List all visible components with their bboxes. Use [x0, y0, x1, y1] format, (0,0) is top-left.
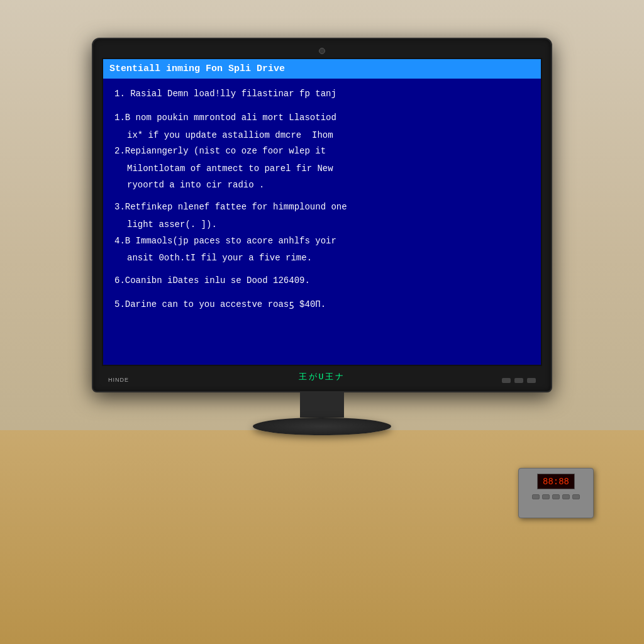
monitor-brand: HINDE [108, 377, 129, 383]
screen-line-5: 5.Darine can to you accestve roasƽ $40Π. [114, 298, 530, 312]
screen-line-3b: light asser(. ]). [114, 218, 530, 232]
title-bar: Stentiall inming Fon Spli Drive [103, 59, 541, 79]
screen-content: Stentiall inming Fon Spli Drive 1. Rasia… [103, 59, 541, 365]
monitor-stand-neck [300, 392, 344, 418]
spacer-1 [114, 105, 530, 111]
spacer-4 [114, 292, 530, 298]
spacer-2 [114, 194, 530, 201]
monitor-button-2[interactable] [514, 378, 523, 383]
monitor-stand-base [253, 418, 391, 435]
screen-line-1b: ix* if you update astalliom dmcre Ihom [114, 129, 530, 143]
screen-line-h1: 1. Rasial Demn load!lly filastinar fp ta… [114, 87, 530, 101]
device-button-5[interactable] [572, 494, 580, 499]
device-button-2[interactable] [542, 494, 550, 499]
screen-line-3a: 3.Retfinkep nlenef fattee for himmplound… [114, 201, 530, 214]
monitor-screen: Stentiall inming Fon Spli Drive 1. Rasia… [102, 58, 542, 366]
desk-surface [0, 430, 644, 644]
device-display-screen: 88:88 [537, 474, 575, 489]
device-button-1[interactable] [532, 494, 540, 499]
monitor-led-display: 王がU王ナ [299, 371, 346, 382]
screen-body: 1. Rasial Demn load!lly filastinar fp ta… [103, 85, 541, 318]
screen-line-2a: 2.Repianngerly (nist co oze foor wlep it [114, 145, 530, 158]
device-buttons-row [519, 492, 593, 502]
screen-line-6: 6.Coanibn iDates inlu se Dood 126409. [114, 274, 530, 288]
screen-line-2c: ryoortd a into cir radio . [114, 179, 530, 192]
monitor-top-bar [102, 48, 542, 58]
control-device: 88:88 [518, 468, 594, 518]
monitor-bottom-bar: HINDE 王がU王ナ [102, 367, 542, 386]
monitor-bezel: Stentiall inming Fon Spli Drive 1. Rasia… [92, 38, 552, 392]
screen-line-4b: ansit 0oth.tI fil your a five rime. [114, 252, 530, 265]
device-button-4[interactable] [562, 494, 570, 499]
spacer-3 [114, 268, 530, 274]
screen-line-2b: Milontlotam of antmect to parel fir New [114, 162, 530, 176]
monitor-assembly: Stentiall inming Fon Spli Drive 1. Rasia… [92, 38, 552, 435]
monitor-button-3[interactable] [527, 378, 536, 383]
screen-line-4a: 4.B Immaols(jp paces sto acore anhlfs yo… [114, 235, 530, 248]
webcam-dot [319, 48, 325, 54]
device-button-3[interactable] [552, 494, 560, 499]
monitor-button-1[interactable] [502, 378, 511, 383]
monitor-control-buttons [502, 378, 536, 383]
screen-line-1a: 1.B nom poukin mmrontod ali mort Llasoti… [114, 111, 530, 125]
